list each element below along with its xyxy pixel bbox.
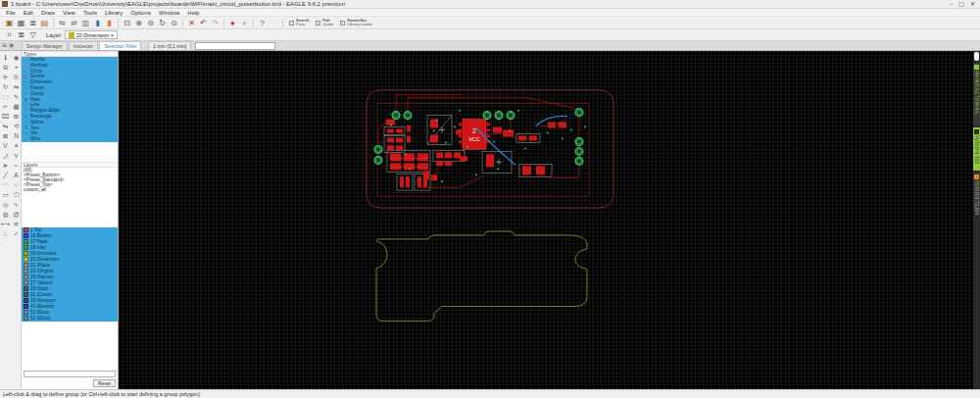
- menu-file[interactable]: File: [2, 9, 20, 17]
- fab-quote-button[interactable]: FabQuote: [313, 18, 336, 28]
- zoom-out-button[interactable]: ⊖: [145, 18, 156, 28]
- lock-tool-icon[interactable]: ⊠: [3, 131, 8, 140]
- command-toolstrip: ℹ◉⧉⌖✛⎘↻⇋⬚✎✂▦⌧⊞⇆⟲⊠NV✶◿⋎➤⌁╱A◠○▭⬠◎∿◍@⟷≋⚠✓: [0, 51, 22, 389]
- go-button[interactable]: ●: [239, 18, 250, 28]
- pinswap-tool-icon[interactable]: ⇆: [3, 122, 8, 130]
- zoom-redraw-button[interactable]: ↻: [157, 18, 168, 28]
- value-tool-icon[interactable]: V: [3, 141, 7, 150]
- toolbar2-icons: ⌗≣▽: [4, 29, 38, 40]
- polygon-tool-icon[interactable]: ⬠: [14, 190, 20, 199]
- signal-tool-icon[interactable]: ∿: [14, 200, 19, 209]
- scrollbar-thumb[interactable]: [974, 52, 979, 61]
- menu-view[interactable]: View: [59, 9, 79, 17]
- reset-button[interactable]: Reset: [93, 379, 116, 387]
- hole-tool-icon[interactable]: ◍: [3, 210, 9, 219]
- ripup-tool-icon[interactable]: ⌁: [15, 161, 19, 170]
- layer-swatch-icon: [24, 310, 28, 315]
- right-tab-fusion-team[interactable]: FUSION TEAM: [973, 173, 980, 212]
- grid-icon[interactable]: ⌗: [4, 29, 15, 40]
- errors-tool-icon[interactable]: ⚠: [3, 229, 9, 238]
- search-input[interactable]: [195, 42, 275, 50]
- menu-library[interactable]: Library: [101, 9, 126, 17]
- menu-help[interactable]: Help: [183, 9, 203, 17]
- right-tab-fusion-360[interactable]: FUSION 360: [973, 127, 980, 171]
- layer-swatch-icon: [24, 280, 28, 285]
- menu-options[interactable]: Options: [126, 9, 155, 17]
- layer-dropdown[interactable]: 20 Dimension ▾: [65, 30, 118, 39]
- via-tool-icon[interactable]: ◎: [3, 200, 9, 209]
- design-block-button[interactable]: ▥: [80, 18, 91, 28]
- zoom-in-button[interactable]: ⊕: [133, 18, 144, 28]
- wire-tool-icon[interactable]: ╱: [4, 171, 8, 179]
- open-button[interactable]: ▣: [4, 18, 15, 28]
- menu-draw[interactable]: Draw: [37, 9, 59, 17]
- name-tool-icon[interactable]: N: [14, 131, 19, 140]
- sync-design-button[interactable]: ⇄: [69, 18, 79, 28]
- circle-tool-icon[interactable]: ○: [15, 180, 19, 189]
- grid-readout-tab[interactable]: 1 mm (0.1 mm): [148, 41, 191, 50]
- dimension-tool-icon[interactable]: ⟷: [1, 220, 10, 228]
- tabrow-stub-icons: ⊞◉: [0, 41, 22, 50]
- layer-swatch-icon: [24, 251, 28, 256]
- minimize-button[interactable]: –: [950, 0, 953, 8]
- text-tool-icon[interactable]: A: [14, 171, 18, 179]
- mark-tool-icon[interactable]: ⌖: [15, 63, 19, 72]
- rect-tool-icon[interactable]: ▭: [2, 190, 8, 199]
- tab-design-manager[interactable]: Design Manager: [22, 41, 68, 50]
- group-tool-icon[interactable]: ⬚: [2, 92, 8, 101]
- print-button[interactable]: ≣: [27, 18, 38, 28]
- board-canvas[interactable]: 2 VCC: [119, 51, 973, 389]
- undo-button[interactable]: ↶: [198, 18, 209, 28]
- redo-button[interactable]: ↷: [210, 18, 220, 28]
- change-tool-icon[interactable]: ✎: [14, 92, 19, 101]
- split-tool-icon[interactable]: ⋎: [14, 151, 19, 160]
- menu-edit[interactable]: Edit: [20, 9, 37, 17]
- smash-tool-icon[interactable]: ✶: [14, 141, 19, 150]
- layer-settings-icon[interactable]: ≣: [16, 29, 26, 40]
- arc-tool-icon[interactable]: ◠: [3, 180, 9, 189]
- eye-icon[interactable]: ◉: [9, 41, 14, 49]
- delete-tool-tool-icon[interactable]: ⌧: [2, 112, 10, 121]
- tab-selection-filter[interactable]: Selection Filter: [99, 41, 141, 50]
- stop-button[interactable]: ●: [227, 18, 238, 28]
- save-button[interactable]: ▦: [16, 18, 26, 28]
- samacsys-button[interactable]: SamacSysLibrary Loader: [337, 18, 375, 28]
- schematic-editor-button[interactable]: ▮: [92, 18, 103, 28]
- tab-inspector[interactable]: Inspector: [69, 41, 99, 50]
- collapse-panel-icon[interactable]: ⊞: [2, 41, 7, 49]
- replace-tool-icon[interactable]: ⟲: [14, 122, 19, 130]
- board-editor-button[interactable]: ▮: [104, 18, 115, 28]
- maximize-button[interactable]: ▢: [958, 0, 964, 8]
- ratsnest-tool-icon[interactable]: ≋: [14, 220, 19, 228]
- display-filter-icon[interactable]: ▽: [27, 29, 38, 40]
- attribute-tool-icon[interactable]: @: [13, 210, 20, 219]
- info-tool-icon[interactable]: ℹ: [4, 53, 6, 62]
- drc-tool-icon[interactable]: ✓: [14, 229, 19, 238]
- help-button[interactable]: ?: [257, 18, 268, 28]
- paste-tool-icon[interactable]: ▦: [13, 102, 19, 111]
- close-button[interactable]: ✕: [970, 0, 975, 8]
- load-design-button[interactable]: ⇆: [57, 18, 68, 28]
- add-part-tool-icon[interactable]: ⊞: [14, 112, 19, 121]
- layer-label: Layer:: [46, 32, 63, 38]
- move-tool-icon[interactable]: ✛: [3, 73, 8, 81]
- layer-swatch-icon: [24, 286, 28, 291]
- rotate-tool-icon[interactable]: ↻: [3, 82, 8, 91]
- copy-tool-icon[interactable]: ⎘: [14, 73, 19, 81]
- display-tool-icon[interactable]: ⧉: [3, 63, 8, 72]
- route-tool-icon[interactable]: ➤: [3, 161, 8, 170]
- panel-tabs: Design ManagerInspectorSelection Filter: [22, 41, 142, 50]
- filter-input[interactable]: [24, 371, 116, 377]
- zoom-select-button[interactable]: ⊙: [169, 18, 179, 28]
- cam-processor-button[interactable]: ▤: [39, 18, 50, 28]
- cut-tool-icon[interactable]: ✂: [3, 102, 8, 111]
- mirror-tool-icon[interactable]: ⇋: [14, 82, 19, 91]
- delete-button[interactable]: ✕: [186, 18, 197, 28]
- show-tool-icon[interactable]: ◉: [14, 53, 20, 62]
- search-parts-button[interactable]: SearchParts: [286, 18, 312, 28]
- menu-tools[interactable]: Tools: [79, 9, 101, 17]
- menu-window[interactable]: Window: [155, 9, 183, 17]
- right-tab-manufacturing[interactable]: MANUFACTURING: [973, 63, 980, 125]
- zoom-fit-button[interactable]: ⊡: [122, 18, 132, 28]
- miter-tool-icon[interactable]: ◿: [3, 151, 8, 160]
